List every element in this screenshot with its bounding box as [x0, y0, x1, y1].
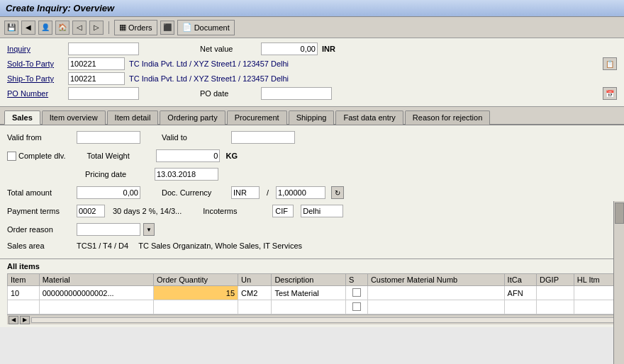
cell-customer-material-2 [367, 300, 504, 314]
order-reason-input[interactable] [77, 223, 140, 236]
total-weight-row: Total Weight KG [87, 149, 238, 162]
sales-area-row: Sales area TCS1 / T4 / D4 TC Sales Organ… [7, 241, 617, 250]
doc-currency-label: Doc. Currency [162, 188, 225, 197]
tab-item-overview[interactable]: Item overview [42, 110, 106, 125]
payment-terms-code-input[interactable] [77, 205, 105, 217]
back-icon[interactable]: ◀ [21, 21, 35, 35]
pricing-date-row: Pricing date [85, 168, 218, 181]
total-amount-row: Total amount [7, 186, 140, 199]
cell-description-2 [272, 300, 346, 314]
total-amount-input[interactable] [77, 186, 140, 199]
table-row [8, 300, 617, 314]
complete-dlv-checkbox[interactable] [7, 152, 16, 161]
net-value-input[interactable] [261, 42, 318, 55]
po-number-row: PO Number PO date 📅 [7, 87, 617, 100]
doc-currency-input[interactable] [231, 186, 260, 199]
total-weight-unit: KG [225, 152, 238, 160]
orders-button[interactable]: ▦ Orders [114, 20, 157, 35]
sold-to-party-row: Sold-To Party TC India Pvt. Ltd / XYZ St… [7, 57, 617, 70]
sold-to-party-label[interactable]: Sold-To Party [7, 59, 64, 68]
po-number-label[interactable]: PO Number [7, 89, 64, 98]
tab-sales[interactable]: Sales [4, 110, 40, 125]
col-dgip: DGIP [537, 274, 574, 286]
sales-area-label: Sales area [7, 241, 71, 250]
cell-order-quantity[interactable]: 15 [153, 286, 238, 300]
cell-item-2 [8, 300, 40, 314]
incoterms-place-input[interactable] [301, 205, 343, 217]
person-icon[interactable]: 👤 [38, 21, 52, 35]
sales-area-value: TCS1 / T4 / D4 [77, 241, 128, 250]
incoterms-row: Incoterms CIF [203, 205, 343, 217]
document-label: Document [194, 23, 230, 32]
s-checkbox[interactable] [352, 288, 361, 297]
col-s: S [346, 274, 368, 286]
total-amount-label: Total amount [7, 188, 71, 197]
scroll-right-btn[interactable]: ▶ [20, 316, 30, 324]
green-icon[interactable]: ⬛ [160, 21, 174, 35]
tab-item-detail[interactable]: Item detail [107, 110, 159, 125]
cell-hl-itm [574, 286, 616, 300]
toolbar: 💾 ◀ 👤 🏠 ◁ ▷ ▦ Orders ⬛ 📄 Document [0, 17, 624, 38]
scroll-track[interactable] [31, 317, 615, 323]
incoterms-label: Incoterms [203, 207, 267, 215]
col-hl-itm: HL Itm [574, 274, 616, 286]
inquiry-row: Inquiry Net value INR [7, 42, 617, 55]
prev-page-icon[interactable]: ◁ [72, 21, 87, 35]
doc-currency-row: Doc. Currency / ↻ [162, 186, 344, 199]
separator-1 [108, 21, 109, 34]
sold-to-party-icon[interactable]: 📋 [603, 57, 617, 70]
order-reason-label: Order reason [7, 225, 71, 234]
doc-currency-rate-input[interactable] [276, 186, 325, 199]
document-button[interactable]: 📄 Document [177, 20, 235, 35]
cell-s [346, 286, 368, 300]
incoterms-code: CIF [272, 205, 294, 217]
tab-shipping[interactable]: Shipping [289, 110, 335, 125]
total-weight-input[interactable] [156, 149, 220, 162]
next-page-icon[interactable]: ▷ [89, 21, 104, 35]
cell-customer-material [367, 286, 504, 300]
po-date-input[interactable] [261, 87, 332, 100]
inquiry-input[interactable] [68, 42, 139, 55]
scrollbar-thumb[interactable] [615, 203, 624, 224]
scroll-left-btn[interactable]: ◀ [9, 316, 18, 324]
po-number-input[interactable] [68, 87, 139, 100]
inquiry-label[interactable]: Inquiry [7, 45, 64, 53]
tab-reason-for-rejection[interactable]: Reason for rejection [405, 110, 490, 125]
net-value-label: Net value [200, 45, 257, 53]
cell-material-2 [39, 300, 153, 314]
tab-fast-data-entry[interactable]: Fast data entry [335, 110, 403, 125]
complete-dlv-row: Complete dlv. [7, 152, 65, 161]
horizontal-scrollbar[interactable]: ◀ ▶ [7, 314, 617, 324]
title-bar: Create Inquiry: Overview [0, 0, 624, 17]
tab-procurement[interactable]: Procurement [227, 110, 287, 125]
grid-section: All items Item Material Order Quantity U… [0, 259, 624, 327]
complete-dlv-label: Complete dlv. [7, 152, 65, 161]
vertical-scrollbar[interactable] [613, 201, 624, 364]
currency-refresh-icon[interactable]: ↻ [331, 186, 344, 199]
save-icon[interactable]: 💾 [4, 21, 18, 35]
col-description: Description [272, 274, 346, 286]
order-reason-inputs: ▼ [77, 223, 155, 236]
tab-ordering-party[interactable]: Ordering party [160, 110, 225, 125]
valid-from-input[interactable] [77, 131, 140, 144]
col-un: Un [238, 274, 272, 286]
cell-material: 000000000000002... [39, 286, 153, 300]
page-title: Create Inquiry: Overview [6, 3, 114, 13]
cell-description: Test Material [272, 286, 346, 300]
order-reason-dropdown[interactable]: ▼ [143, 223, 155, 236]
po-date-calendar-icon[interactable]: 📅 [603, 87, 617, 100]
ship-to-party-label[interactable]: Ship-To Party [7, 74, 64, 83]
pricing-date-input[interactable] [155, 168, 218, 181]
payment-terms-label: Payment terms [7, 207, 71, 215]
complete-dlv-text: Complete dlv. [18, 152, 65, 160]
grid-header: All items [7, 262, 617, 271]
valid-to-input[interactable] [231, 131, 295, 144]
s-checkbox-2[interactable] [352, 302, 361, 311]
sold-to-party-input[interactable] [68, 57, 125, 70]
home-icon[interactable]: 🏠 [55, 21, 69, 35]
cell-itca-2 [504, 300, 537, 314]
sales-tab-content: Valid from Valid to Complete dlv. Total … [0, 125, 624, 259]
ship-to-party-input[interactable] [68, 72, 125, 85]
order-reason-row: Order reason ▼ [7, 223, 155, 236]
table-row: 10 000000000000002... 15 CM2 Test Materi… [8, 286, 617, 300]
